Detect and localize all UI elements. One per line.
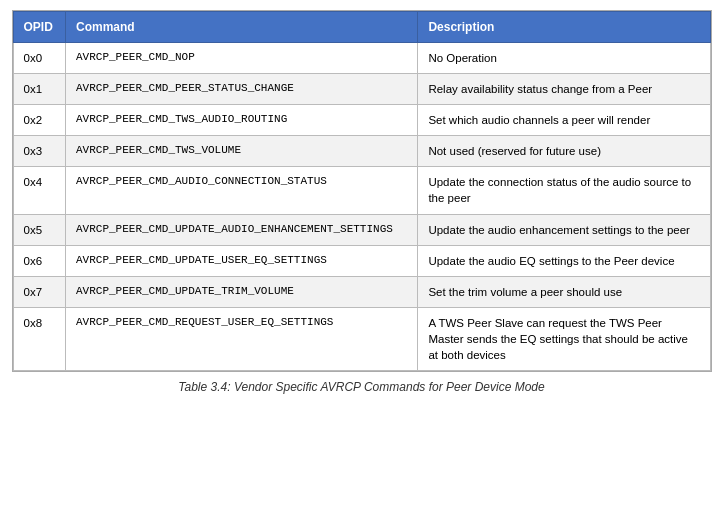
cell-command: AVRCP_PEER_CMD_NOP bbox=[66, 43, 418, 74]
table-caption: Table 3.4: Vendor Specific AVRCP Command… bbox=[178, 380, 544, 394]
table-row: 0x7AVRCP_PEER_CMD_UPDATE_TRIM_VOLUMESet … bbox=[13, 276, 710, 307]
cell-description: Update the connection status of the audi… bbox=[418, 167, 710, 214]
avrcp-commands-table: OPID Command Description 0x0AVRCP_PEER_C… bbox=[12, 10, 712, 372]
cell-command: AVRCP_PEER_CMD_AUDIO_CONNECTION_STATUS bbox=[66, 167, 418, 214]
cell-description: A TWS Peer Slave can request the TWS Pee… bbox=[418, 307, 710, 370]
table-row: 0x8AVRCP_PEER_CMD_REQUEST_USER_EQ_SETTIN… bbox=[13, 307, 710, 370]
cell-opid: 0x7 bbox=[13, 276, 66, 307]
cell-command: AVRCP_PEER_CMD_REQUEST_USER_EQ_SETTINGS bbox=[66, 307, 418, 370]
cell-command: AVRCP_PEER_CMD_UPDATE_USER_EQ_SETTINGS bbox=[66, 245, 418, 276]
cell-command: AVRCP_PEER_CMD_TWS_AUDIO_ROUTING bbox=[66, 105, 418, 136]
table-row: 0x3AVRCP_PEER_CMD_TWS_VOLUMENot used (re… bbox=[13, 136, 710, 167]
cell-opid: 0x0 bbox=[13, 43, 66, 74]
cell-command: AVRCP_PEER_CMD_TWS_VOLUME bbox=[66, 136, 418, 167]
cell-command: AVRCP_PEER_CMD_UPDATE_AUDIO_ENHANCEMENT_… bbox=[66, 214, 418, 245]
cell-description: Set the trim volume a peer should use bbox=[418, 276, 710, 307]
cell-opid: 0x2 bbox=[13, 105, 66, 136]
cell-opid: 0x8 bbox=[13, 307, 66, 370]
cell-opid: 0x4 bbox=[13, 167, 66, 214]
cell-opid: 0x6 bbox=[13, 245, 66, 276]
cell-description: Update the audio enhancement settings to… bbox=[418, 214, 710, 245]
cell-description: No Operation bbox=[418, 43, 710, 74]
cell-description: Set which audio channels a peer will ren… bbox=[418, 105, 710, 136]
table-row: 0x0AVRCP_PEER_CMD_NOPNo Operation bbox=[13, 43, 710, 74]
cell-command: AVRCP_PEER_CMD_PEER_STATUS_CHANGE bbox=[66, 74, 418, 105]
header-command: Command bbox=[66, 12, 418, 43]
table-row: 0x4AVRCP_PEER_CMD_AUDIO_CONNECTION_STATU… bbox=[13, 167, 710, 214]
cell-description: Update the audio EQ settings to the Peer… bbox=[418, 245, 710, 276]
table-row: 0x5AVRCP_PEER_CMD_UPDATE_AUDIO_ENHANCEME… bbox=[13, 214, 710, 245]
header-description: Description bbox=[418, 12, 710, 43]
cell-opid: 0x3 bbox=[13, 136, 66, 167]
table-row: 0x1AVRCP_PEER_CMD_PEER_STATUS_CHANGERela… bbox=[13, 74, 710, 105]
cell-description: Relay availability status change from a … bbox=[418, 74, 710, 105]
header-opid: OPID bbox=[13, 12, 66, 43]
cell-command: AVRCP_PEER_CMD_UPDATE_TRIM_VOLUME bbox=[66, 276, 418, 307]
table-row: 0x2AVRCP_PEER_CMD_TWS_AUDIO_ROUTINGSet w… bbox=[13, 105, 710, 136]
cell-opid: 0x1 bbox=[13, 74, 66, 105]
cell-description: Not used (reserved for future use) bbox=[418, 136, 710, 167]
cell-opid: 0x5 bbox=[13, 214, 66, 245]
table-row: 0x6AVRCP_PEER_CMD_UPDATE_USER_EQ_SETTING… bbox=[13, 245, 710, 276]
